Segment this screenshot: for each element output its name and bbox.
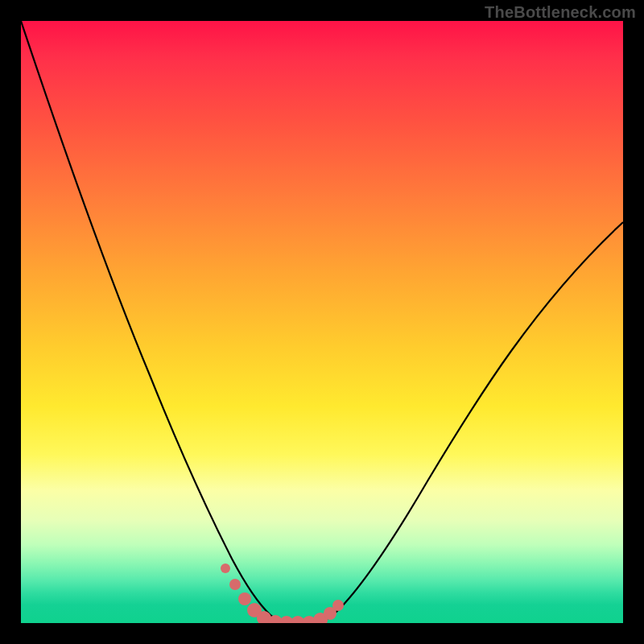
- plot-area: [21, 21, 623, 623]
- curve-overlay: [21, 21, 623, 623]
- chart-frame: TheBottleneck.com: [0, 0, 644, 644]
- watermark-text: TheBottleneck.com: [485, 3, 636, 22]
- svg-point-11: [332, 600, 344, 611]
- bottleneck-curve: [21, 21, 623, 623]
- svg-point-0: [221, 564, 230, 573]
- svg-point-1: [229, 579, 241, 590]
- svg-point-2: [238, 592, 251, 605]
